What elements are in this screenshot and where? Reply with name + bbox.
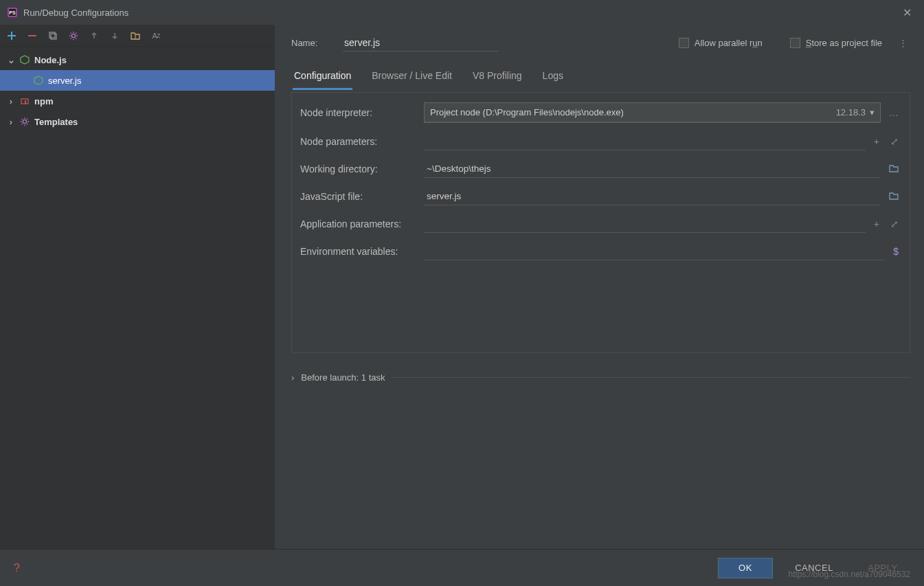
add-icon[interactable] [5,30,18,42]
parameters-input[interactable] [424,133,866,150]
tree-node-templates[interactable]: › Templates [0,111,275,132]
envvars-label: Environment variables: [300,246,424,257]
sidebar: AZ ⌄ Node.js server.js › npm › Templates [0,25,275,549]
npm-icon [19,95,30,106]
interpreter-label: Node interpreter: [300,107,424,118]
close-icon[interactable]: ✕ [897,3,917,22]
expand-icon[interactable]: ⤢ [888,135,901,148]
svg-point-5 [71,34,75,37]
checkbox-icon [679,38,689,48]
tab-logs[interactable]: Logs [541,63,565,90]
chevron-down-icon: ⌄ [7,55,15,65]
checkbox-icon [790,38,800,48]
nodejs-icon [19,54,30,65]
chevron-right-icon: › [291,372,294,383]
name-input[interactable] [343,34,498,52]
chevron-right-icon: › [7,96,15,106]
svg-marker-7 [34,76,43,84]
svg-rect-4 [51,34,56,39]
svg-rect-3 [49,32,55,38]
tree-node-serverjs[interactable]: server.js [0,70,275,91]
expand-icon[interactable]: ⤢ [888,217,901,231]
tree-node-nodejs[interactable]: ⌄ Node.js [0,49,275,70]
tree-node-npm[interactable]: › npm [0,91,275,111]
interpreter-version: 12.18.3 [836,107,866,117]
config-tree: ⌄ Node.js server.js › npm › Templates [0,47,275,549]
svg-rect-9 [25,100,26,104]
folder-icon[interactable] [129,30,142,42]
main-panel: Name: Allow parallel run Store as projec… [275,25,924,549]
browse-interpreter-icon[interactable]: … [886,106,901,120]
tree-label-nodejs: Node.js [34,55,67,65]
browse-folder-icon[interactable] [886,190,901,203]
tab-browser[interactable]: Browser / Live Edit [370,63,453,90]
tree-label-serverjs: server.js [48,76,81,86]
divider [392,377,910,378]
chevron-right-icon: › [7,117,15,127]
add-param-icon[interactable]: + [871,135,882,148]
envvars-input[interactable] [424,243,885,260]
gear-icon[interactable] [67,30,80,42]
tree-label-npm: npm [34,96,53,106]
workdir-input[interactable] [424,160,881,178]
jsfile-label: JavaScript file: [300,191,424,202]
svg-marker-6 [21,56,29,64]
jsfile-input[interactable] [424,188,881,205]
allow-parallel-label: Allow parallel run [695,38,763,48]
interpreter-value: Project node (D:\Program Files\nodejs\no… [430,107,624,117]
svg-point-10 [23,120,26,123]
move-up-icon[interactable] [88,30,100,42]
before-launch-label: Before launch: 1 task [301,372,385,383]
workdir-label: Working directory: [300,164,424,174]
allow-parallel-checkbox[interactable]: Allow parallel run [679,38,763,48]
app-icon: PS [7,7,18,18]
remove-icon[interactable] [26,30,38,42]
parameters-label: Node parameters: [300,136,424,147]
svg-text:PS: PS [9,10,16,15]
browse-folder-icon[interactable] [886,162,901,176]
add-param-icon[interactable]: + [871,217,882,231]
dropdown-icon: ▾ [870,107,875,117]
name-label: Name: [291,38,329,48]
help-icon[interactable]: ? [14,562,20,574]
tab-configuration[interactable]: Configuration [293,63,352,90]
store-project-checkbox[interactable]: Store as project file [790,38,882,48]
tree-label-templates: Templates [34,117,78,127]
move-down-icon[interactable] [109,30,121,42]
footer: ? OK CANCEL APPLY [0,549,924,586]
cancel-button[interactable]: CANCEL [787,558,842,578]
appparams-label: Application parameters: [300,218,424,229]
before-launch-section[interactable]: › Before launch: 1 task [291,372,910,383]
more-options-icon[interactable]: ⋮ [896,35,910,51]
gear-icon [19,116,30,127]
store-project-label: Store as project file [806,38,882,48]
envvars-dollar-icon[interactable]: $ [890,245,901,258]
nodejs-icon [33,75,44,86]
titlebar: PS Run/Debug Configurations ✕ [0,0,924,25]
tab-bar: Configuration Browser / Live Edit V8 Pro… [291,60,910,91]
interpreter-select[interactable]: Project node (D:\Program Files\nodejs\no… [424,102,881,123]
ok-button[interactable]: OK [718,558,773,578]
appparams-input[interactable] [424,215,866,233]
sidebar-toolbar: AZ [0,25,275,47]
config-panel: Node interpreter: Project node (D:\Progr… [291,92,910,353]
apply-button[interactable]: APPLY [855,558,910,578]
window-title: Run/Debug Configurations [23,8,128,18]
sort-az-icon[interactable]: AZ [150,30,162,42]
copy-icon[interactable] [47,30,59,42]
tab-v8[interactable]: V8 Profiling [471,63,523,90]
